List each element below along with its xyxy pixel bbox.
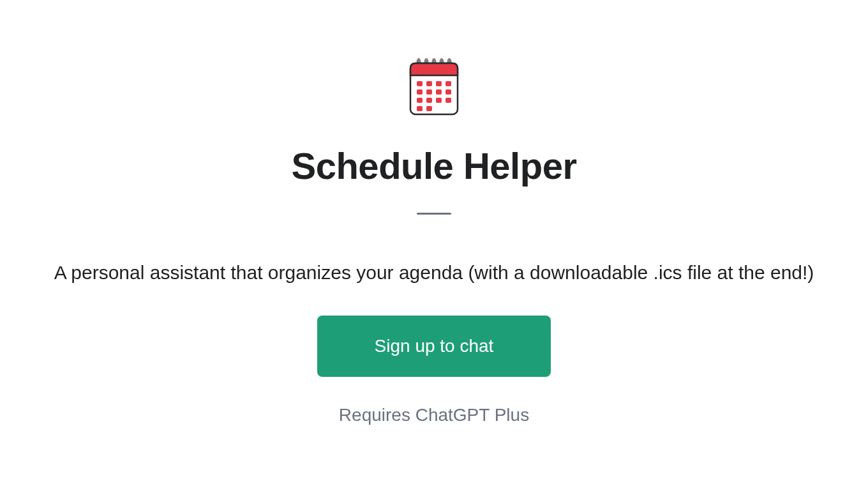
svg-rect-6 bbox=[417, 81, 423, 86]
svg-rect-13 bbox=[445, 89, 451, 95]
svg-rect-17 bbox=[445, 98, 451, 103]
calendar-icon bbox=[405, 58, 463, 118]
requires-text: Requires ChatGPT Plus bbox=[339, 405, 529, 425]
svg-rect-19 bbox=[426, 106, 432, 111]
app-description: A personal assistant that organizes your… bbox=[41, 262, 827, 284]
signup-button[interactable]: Sign up to chat bbox=[317, 316, 551, 377]
svg-rect-10 bbox=[417, 89, 423, 95]
svg-rect-9 bbox=[445, 81, 451, 86]
svg-rect-14 bbox=[417, 98, 423, 103]
app-icon-container bbox=[403, 57, 465, 119]
svg-rect-8 bbox=[436, 81, 442, 86]
svg-rect-7 bbox=[426, 81, 432, 86]
divider bbox=[417, 213, 451, 215]
svg-rect-18 bbox=[417, 106, 423, 111]
svg-rect-12 bbox=[436, 89, 442, 95]
svg-rect-16 bbox=[436, 98, 442, 103]
svg-rect-15 bbox=[426, 98, 432, 103]
page-title: Schedule Helper bbox=[292, 144, 577, 187]
svg-rect-11 bbox=[426, 89, 432, 95]
